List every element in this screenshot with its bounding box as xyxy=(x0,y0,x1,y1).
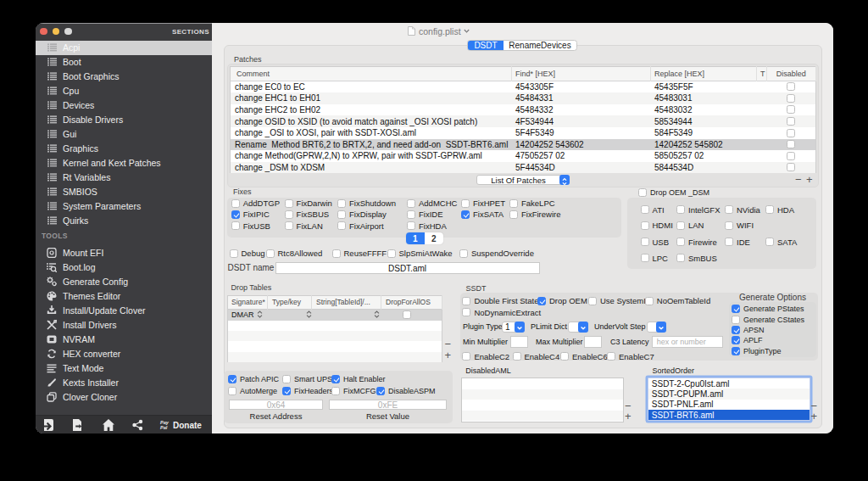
svg-text:Donate: Donate xyxy=(173,421,202,430)
svg-text:Pal: Pal xyxy=(160,425,168,430)
